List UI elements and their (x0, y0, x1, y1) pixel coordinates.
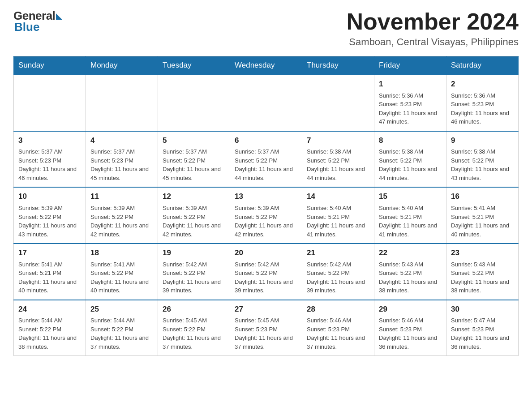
day-number: 14 (307, 191, 369, 202)
day-info: Sunrise: 5:41 AMSunset: 5:21 PMDaylight:… (18, 260, 81, 295)
day-info: Sunrise: 5:38 AMSunset: 5:22 PMDaylight:… (307, 147, 369, 182)
calendar-cell: 5Sunrise: 5:37 AMSunset: 5:22 PMDaylight… (158, 131, 230, 188)
logo-blue-text: Blue (14, 20, 39, 34)
day-info: Sunrise: 5:37 AMSunset: 5:23 PMDaylight:… (18, 147, 81, 182)
day-number: 13 (235, 191, 297, 202)
day-number: 23 (451, 248, 514, 259)
calendar-header-thursday: Thursday (302, 56, 374, 75)
day-number: 15 (379, 191, 442, 202)
day-number: 28 (307, 304, 369, 315)
day-info: Sunrise: 5:40 AMSunset: 5:21 PMDaylight:… (307, 204, 369, 239)
calendar-cell: 18Sunrise: 5:41 AMSunset: 5:22 PMDayligh… (86, 244, 158, 300)
day-number: 19 (163, 248, 225, 259)
location-title: Samboan, Central Visayas, Philippines (347, 36, 519, 48)
day-info: Sunrise: 5:41 AMSunset: 5:22 PMDaylight:… (90, 260, 153, 295)
day-info: Sunrise: 5:38 AMSunset: 5:22 PMDaylight:… (451, 147, 514, 182)
logo: General Blue (13, 9, 62, 34)
day-number: 26 (163, 304, 225, 315)
day-number: 16 (451, 191, 514, 202)
day-info: Sunrise: 5:39 AMSunset: 5:22 PMDaylight:… (90, 204, 153, 239)
day-info: Sunrise: 5:44 AMSunset: 5:22 PMDaylight:… (90, 316, 153, 351)
day-number: 27 (235, 304, 297, 315)
calendar-cell: 24Sunrise: 5:44 AMSunset: 5:22 PMDayligh… (14, 300, 86, 356)
calendar-cell: 22Sunrise: 5:43 AMSunset: 5:22 PMDayligh… (374, 244, 446, 300)
calendar-cell: 10Sunrise: 5:39 AMSunset: 5:22 PMDayligh… (14, 187, 86, 244)
calendar-week-row-3: 10Sunrise: 5:39 AMSunset: 5:22 PMDayligh… (14, 187, 519, 244)
calendar-cell (158, 75, 230, 131)
day-number: 21 (307, 248, 369, 259)
logo-triangle-icon (56, 13, 62, 20)
calendar-cell: 29Sunrise: 5:46 AMSunset: 5:23 PMDayligh… (374, 300, 446, 356)
calendar-cell: 11Sunrise: 5:39 AMSunset: 5:22 PMDayligh… (86, 187, 158, 244)
day-info: Sunrise: 5:39 AMSunset: 5:22 PMDaylight:… (18, 204, 81, 239)
month-title: November 2024 (347, 9, 519, 34)
calendar-cell: 9Sunrise: 5:38 AMSunset: 5:22 PMDaylight… (446, 131, 519, 188)
day-info: Sunrise: 5:41 AMSunset: 5:21 PMDaylight:… (451, 204, 514, 239)
day-info: Sunrise: 5:43 AMSunset: 5:22 PMDaylight:… (379, 260, 442, 295)
day-info: Sunrise: 5:38 AMSunset: 5:22 PMDaylight:… (379, 147, 442, 182)
calendar-cell: 12Sunrise: 5:39 AMSunset: 5:22 PMDayligh… (158, 187, 230, 244)
day-info: Sunrise: 5:42 AMSunset: 5:22 PMDaylight:… (235, 260, 297, 295)
day-number: 1 (379, 79, 442, 90)
calendar-header-sunday: Sunday (14, 56, 86, 75)
calendar-cell: 30Sunrise: 5:47 AMSunset: 5:23 PMDayligh… (446, 300, 519, 356)
day-info: Sunrise: 5:46 AMSunset: 5:23 PMDaylight:… (307, 316, 369, 351)
calendar-cell: 6Sunrise: 5:37 AMSunset: 5:22 PMDaylight… (230, 131, 302, 188)
day-number: 5 (163, 135, 225, 146)
day-number: 4 (90, 135, 153, 146)
calendar-cell (230, 75, 302, 131)
day-number: 22 (379, 248, 442, 259)
calendar-header-row: SundayMondayTuesdayWednesdayThursdayFrid… (14, 56, 519, 75)
day-info: Sunrise: 5:45 AMSunset: 5:22 PMDaylight:… (163, 316, 225, 351)
day-info: Sunrise: 5:40 AMSunset: 5:21 PMDaylight:… (379, 204, 442, 239)
day-info: Sunrise: 5:45 AMSunset: 5:23 PMDaylight:… (235, 316, 297, 351)
calendar-cell: 21Sunrise: 5:42 AMSunset: 5:22 PMDayligh… (302, 244, 374, 300)
calendar-cell: 7Sunrise: 5:38 AMSunset: 5:22 PMDaylight… (302, 131, 374, 188)
day-number: 24 (18, 304, 81, 315)
calendar-header-wednesday: Wednesday (230, 56, 302, 75)
day-number: 2 (451, 79, 514, 90)
calendar-cell: 17Sunrise: 5:41 AMSunset: 5:21 PMDayligh… (14, 244, 86, 300)
calendar-cell: 26Sunrise: 5:45 AMSunset: 5:22 PMDayligh… (158, 300, 230, 356)
day-info: Sunrise: 5:46 AMSunset: 5:23 PMDaylight:… (379, 316, 442, 351)
calendar-week-row-2: 3Sunrise: 5:37 AMSunset: 5:23 PMDaylight… (14, 131, 519, 188)
day-info: Sunrise: 5:36 AMSunset: 5:23 PMDaylight:… (451, 91, 514, 126)
calendar-cell: 20Sunrise: 5:42 AMSunset: 5:22 PMDayligh… (230, 244, 302, 300)
calendar-cell: 23Sunrise: 5:43 AMSunset: 5:22 PMDayligh… (446, 244, 519, 300)
day-info: Sunrise: 5:47 AMSunset: 5:23 PMDaylight:… (451, 316, 514, 351)
calendar-cell: 27Sunrise: 5:45 AMSunset: 5:23 PMDayligh… (230, 300, 302, 356)
calendar-header-saturday: Saturday (446, 56, 519, 75)
calendar-cell: 16Sunrise: 5:41 AMSunset: 5:21 PMDayligh… (446, 187, 519, 244)
day-number: 6 (235, 135, 297, 146)
day-number: 29 (379, 304, 442, 315)
day-number: 3 (18, 135, 81, 146)
day-info: Sunrise: 5:37 AMSunset: 5:22 PMDaylight:… (163, 147, 225, 182)
day-info: Sunrise: 5:44 AMSunset: 5:22 PMDaylight:… (18, 316, 81, 351)
calendar-week-row-4: 17Sunrise: 5:41 AMSunset: 5:21 PMDayligh… (14, 244, 519, 300)
day-number: 18 (90, 248, 153, 259)
day-info: Sunrise: 5:37 AMSunset: 5:23 PMDaylight:… (90, 147, 153, 182)
day-info: Sunrise: 5:42 AMSunset: 5:22 PMDaylight:… (307, 260, 369, 295)
calendar-header-monday: Monday (86, 56, 158, 75)
calendar-cell: 15Sunrise: 5:40 AMSunset: 5:21 PMDayligh… (374, 187, 446, 244)
calendar-cell: 25Sunrise: 5:44 AMSunset: 5:22 PMDayligh… (86, 300, 158, 356)
day-info: Sunrise: 5:42 AMSunset: 5:22 PMDaylight:… (163, 260, 225, 295)
day-number: 10 (18, 191, 81, 202)
day-number: 8 (379, 135, 442, 146)
page-header: General Blue November 2024 Samboan, Cent… (13, 9, 519, 48)
calendar-cell: 8Sunrise: 5:38 AMSunset: 5:22 PMDaylight… (374, 131, 446, 188)
calendar-cell: 4Sunrise: 5:37 AMSunset: 5:23 PMDaylight… (86, 131, 158, 188)
calendar-table: SundayMondayTuesdayWednesdayThursdayFrid… (13, 56, 519, 356)
calendar-cell: 13Sunrise: 5:39 AMSunset: 5:22 PMDayligh… (230, 187, 302, 244)
calendar-header-tuesday: Tuesday (158, 56, 230, 75)
calendar-cell: 14Sunrise: 5:40 AMSunset: 5:21 PMDayligh… (302, 187, 374, 244)
day-number: 17 (18, 248, 81, 259)
day-info: Sunrise: 5:43 AMSunset: 5:22 PMDaylight:… (451, 260, 514, 295)
day-info: Sunrise: 5:36 AMSunset: 5:23 PMDaylight:… (379, 91, 442, 126)
calendar-cell (86, 75, 158, 131)
day-number: 25 (90, 304, 153, 315)
day-number: 9 (451, 135, 514, 146)
day-number: 11 (90, 191, 153, 202)
calendar-cell: 19Sunrise: 5:42 AMSunset: 5:22 PMDayligh… (158, 244, 230, 300)
day-info: Sunrise: 5:39 AMSunset: 5:22 PMDaylight:… (163, 204, 225, 239)
